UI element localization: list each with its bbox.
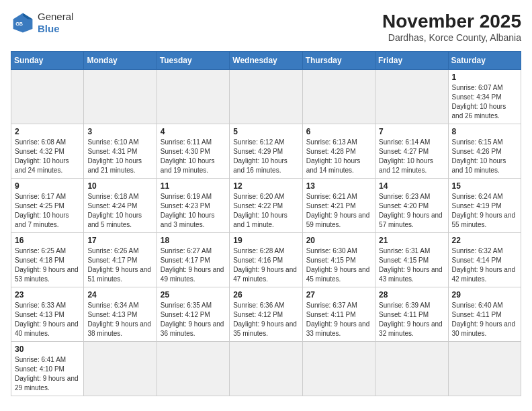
calendar-day-cell: 22Sunrise: 6:32 AM Sunset: 4:14 PM Dayli…	[448, 233, 521, 287]
day-info: Sunrise: 6:21 AM Sunset: 4:21 PM Dayligh…	[306, 192, 371, 230]
calendar-day-cell: 30Sunrise: 6:41 AM Sunset: 4:10 PM Dayli…	[11, 342, 84, 396]
calendar-day-cell: 6Sunrise: 6:13 AM Sunset: 4:28 PM Daylig…	[302, 124, 375, 179]
calendar-day-cell: 5Sunrise: 6:12 AM Sunset: 4:29 PM Daylig…	[230, 124, 302, 179]
day-number: 21	[379, 236, 444, 245]
calendar-day-cell: 24Sunrise: 6:34 AM Sunset: 4:13 PM Dayli…	[84, 287, 157, 342]
day-number: 18	[161, 236, 226, 245]
day-number: 2	[15, 127, 80, 136]
day-info: Sunrise: 6:31 AM Sunset: 4:15 PM Dayligh…	[379, 246, 444, 284]
day-info: Sunrise: 6:35 AM Sunset: 4:12 PM Dayligh…	[161, 301, 226, 338]
day-info: Sunrise: 6:15 AM Sunset: 4:26 PM Dayligh…	[452, 138, 517, 175]
calendar-day-cell: 1Sunrise: 6:07 AM Sunset: 4:34 PM Daylig…	[448, 70, 521, 124]
calendar-day-cell: 14Sunrise: 6:23 AM Sunset: 4:20 PM Dayli…	[375, 179, 448, 233]
calendar-day-cell: 16Sunrise: 6:25 AM Sunset: 4:18 PM Dayli…	[11, 233, 84, 287]
day-info: Sunrise: 6:11 AM Sunset: 4:30 PM Dayligh…	[161, 138, 226, 175]
calendar-day-header: Sunday	[11, 52, 84, 70]
day-number: 16	[15, 236, 80, 245]
day-number: 19	[233, 236, 298, 245]
day-number: 11	[161, 181, 226, 191]
calendar-day-header: Thursday	[302, 52, 375, 70]
calendar-day-cell: 19Sunrise: 6:28 AM Sunset: 4:16 PM Dayli…	[230, 233, 302, 287]
day-number: 3	[87, 127, 152, 136]
day-info: Sunrise: 6:07 AM Sunset: 4:34 PM Dayligh…	[452, 83, 517, 121]
calendar-day-cell: 17Sunrise: 6:26 AM Sunset: 4:17 PM Dayli…	[84, 233, 157, 287]
day-number: 10	[87, 181, 152, 191]
calendar-day-cell	[302, 342, 375, 396]
day-number: 8	[452, 127, 517, 136]
calendar-week-row: 1Sunrise: 6:07 AM Sunset: 4:34 PM Daylig…	[11, 70, 521, 124]
calendar-day-cell: 2Sunrise: 6:08 AM Sunset: 4:32 PM Daylig…	[11, 124, 84, 179]
calendar-week-row: 16Sunrise: 6:25 AM Sunset: 4:18 PM Dayli…	[11, 233, 521, 287]
calendar-day-cell: 26Sunrise: 6:36 AM Sunset: 4:12 PM Dayli…	[230, 287, 302, 342]
day-info: Sunrise: 6:32 AM Sunset: 4:14 PM Dayligh…	[452, 246, 517, 284]
calendar-day-cell	[11, 70, 84, 124]
day-number: 14	[379, 181, 444, 191]
day-number: 23	[15, 290, 80, 300]
calendar-day-cell	[302, 70, 375, 124]
day-number: 24	[87, 290, 152, 300]
calendar-day-cell: 21Sunrise: 6:31 AM Sunset: 4:15 PM Dayli…	[375, 233, 448, 287]
calendar-day-cell: 13Sunrise: 6:21 AM Sunset: 4:21 PM Dayli…	[302, 179, 375, 233]
title-block: November 2025 Dardhas, Korce County, Alb…	[382, 11, 521, 43]
day-info: Sunrise: 6:23 AM Sunset: 4:20 PM Dayligh…	[379, 192, 444, 230]
day-info: Sunrise: 6:30 AM Sunset: 4:15 PM Dayligh…	[306, 246, 371, 284]
day-number: 6	[306, 127, 371, 136]
day-info: Sunrise: 6:41 AM Sunset: 4:10 PM Dayligh…	[15, 355, 80, 393]
calendar-day-cell: 18Sunrise: 6:27 AM Sunset: 4:17 PM Dayli…	[157, 233, 229, 287]
day-number: 5	[233, 127, 298, 136]
calendar-day-cell	[157, 70, 229, 124]
day-number: 9	[15, 181, 80, 191]
day-info: Sunrise: 6:27 AM Sunset: 4:17 PM Dayligh…	[161, 246, 226, 284]
calendar-week-row: 9Sunrise: 6:17 AM Sunset: 4:25 PM Daylig…	[11, 179, 521, 233]
day-number: 26	[233, 290, 298, 300]
calendar-day-header: Saturday	[448, 52, 521, 70]
day-info: Sunrise: 6:28 AM Sunset: 4:16 PM Dayligh…	[233, 246, 298, 284]
calendar-day-cell	[375, 342, 448, 396]
day-info: Sunrise: 6:14 AM Sunset: 4:27 PM Dayligh…	[379, 138, 444, 175]
calendar-day-cell: 12Sunrise: 6:20 AM Sunset: 4:22 PM Dayli…	[230, 179, 302, 233]
day-number: 12	[233, 181, 298, 191]
calendar-day-cell	[230, 342, 302, 396]
day-info: Sunrise: 6:33 AM Sunset: 4:13 PM Dayligh…	[15, 301, 80, 338]
generalblue-logo-icon: GB	[11, 11, 35, 35]
day-info: Sunrise: 6:08 AM Sunset: 4:32 PM Dayligh…	[15, 138, 80, 175]
day-info: Sunrise: 6:10 AM Sunset: 4:31 PM Dayligh…	[87, 138, 152, 175]
day-info: Sunrise: 6:18 AM Sunset: 4:24 PM Dayligh…	[87, 192, 152, 230]
calendar-day-cell: 20Sunrise: 6:30 AM Sunset: 4:15 PM Dayli…	[302, 233, 375, 287]
day-info: Sunrise: 6:13 AM Sunset: 4:28 PM Dayligh…	[306, 138, 371, 175]
day-info: Sunrise: 6:24 AM Sunset: 4:19 PM Dayligh…	[452, 192, 517, 230]
calendar-day-cell: 9Sunrise: 6:17 AM Sunset: 4:25 PM Daylig…	[11, 179, 84, 233]
calendar-day-cell: 10Sunrise: 6:18 AM Sunset: 4:24 PM Dayli…	[84, 179, 157, 233]
calendar-day-cell: 15Sunrise: 6:24 AM Sunset: 4:19 PM Dayli…	[448, 179, 521, 233]
day-number: 17	[87, 236, 152, 245]
calendar-day-cell	[448, 342, 521, 396]
calendar-day-header: Friday	[375, 52, 448, 70]
day-info: Sunrise: 6:25 AM Sunset: 4:18 PM Dayligh…	[15, 246, 80, 284]
calendar-week-row: 23Sunrise: 6:33 AM Sunset: 4:13 PM Dayli…	[11, 287, 521, 342]
calendar-day-header: Tuesday	[157, 52, 229, 70]
day-number: 28	[379, 290, 444, 300]
day-number: 4	[161, 127, 226, 136]
calendar-day-header: Wednesday	[230, 52, 302, 70]
day-info: Sunrise: 6:34 AM Sunset: 4:13 PM Dayligh…	[87, 301, 152, 338]
day-info: Sunrise: 6:40 AM Sunset: 4:11 PM Dayligh…	[452, 301, 517, 338]
svg-text:GB: GB	[15, 21, 23, 27]
calendar-day-cell: 11Sunrise: 6:19 AM Sunset: 4:23 PM Dayli…	[157, 179, 229, 233]
page-header: GB General Blue November 2025 Dardhas, K…	[11, 11, 521, 43]
calendar-day-cell: 7Sunrise: 6:14 AM Sunset: 4:27 PM Daylig…	[375, 124, 448, 179]
calendar-day-cell: 29Sunrise: 6:40 AM Sunset: 4:11 PM Dayli…	[448, 287, 521, 342]
day-number: 13	[306, 181, 371, 191]
day-info: Sunrise: 6:37 AM Sunset: 4:11 PM Dayligh…	[306, 301, 371, 338]
day-info: Sunrise: 6:12 AM Sunset: 4:29 PM Dayligh…	[233, 138, 298, 175]
day-number: 25	[161, 290, 226, 300]
calendar-week-row: 30Sunrise: 6:41 AM Sunset: 4:10 PM Dayli…	[11, 342, 521, 396]
calendar-day-cell: 3Sunrise: 6:10 AM Sunset: 4:31 PM Daylig…	[84, 124, 157, 179]
calendar-table: SundayMondayTuesdayWednesdayThursdayFrid…	[11, 51, 521, 396]
logo: GB General Blue	[11, 11, 73, 35]
calendar-day-cell	[230, 70, 302, 124]
location-subtitle: Dardhas, Korce County, Albania	[382, 32, 521, 43]
day-info: Sunrise: 6:39 AM Sunset: 4:11 PM Dayligh…	[379, 301, 444, 338]
calendar-header-row: SundayMondayTuesdayWednesdayThursdayFrid…	[11, 52, 521, 70]
day-number: 1	[452, 73, 517, 82]
calendar-day-cell	[375, 70, 448, 124]
